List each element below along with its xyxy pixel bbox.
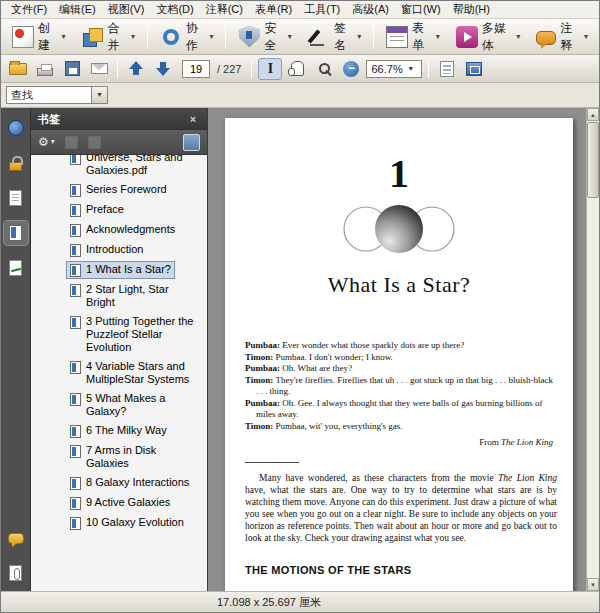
select-tool-button[interactable]: I [258, 58, 282, 80]
acrobat-window: 文件(F) 编辑(E) 视图(V) 文档(D) 注释(C) 表单(R) 工具(T… [0, 0, 600, 613]
create-button[interactable]: 创建 ▾ [5, 16, 72, 58]
dialogue-speaker: Timon: [245, 375, 273, 385]
bookmark-icon [70, 393, 81, 406]
secure-button[interactable]: 安全 ▾ [231, 16, 298, 58]
sign-button[interactable]: 签名 ▾ [301, 16, 368, 58]
multimedia-button[interactable]: 多媒体 ▾ [449, 16, 528, 58]
scroll-down-icon[interactable]: ▼ [587, 578, 599, 591]
bookmark-item[interactable]: 5 What Makes a Galaxy? [31, 389, 207, 421]
fit-window-button[interactable] [462, 58, 486, 80]
delete-bookmark-button[interactable] [88, 136, 101, 149]
bookmark-label: 7 Arms in Disk Galaxies [86, 444, 198, 470]
bookmark-item[interactable]: 8 Galaxy Interactions [31, 473, 207, 493]
bookmark-label: Preface [86, 203, 124, 216]
save-button[interactable] [60, 58, 84, 80]
open-button[interactable] [6, 58, 30, 80]
security-panel-button[interactable] [4, 151, 28, 175]
email-icon [91, 63, 108, 74]
document-area[interactable]: 1 What Is a Star? Pumbaa: Eve [208, 108, 599, 591]
bookmark-item[interactable]: 3 Putting Together the Puzzleof Stellar … [31, 312, 207, 357]
signatures-panel-button[interactable] [4, 256, 28, 280]
forms-icon [386, 26, 408, 48]
epigraph-attribution: From The Lion King [225, 437, 553, 447]
next-page-button[interactable] [151, 58, 175, 80]
status-bar: 17.098 x 25.697 厘米 [1, 591, 599, 612]
bookmark-item[interactable]: 7 Arms in Disk Galaxies [31, 441, 207, 473]
bookmark-item[interactable]: 6 The Milky Way [31, 421, 207, 441]
forms-button[interactable]: 表单 ▾ [379, 16, 446, 58]
email-button[interactable] [87, 58, 111, 80]
attribution-title: The Lion King [501, 437, 553, 447]
bookmark-item[interactable]: 4 Variable Stars and MultipleStar System… [31, 357, 207, 389]
attachments-panel-button[interactable] [4, 561, 28, 585]
bookmark-icon [70, 155, 81, 165]
dropdown-caret-icon: ▾ [516, 33, 520, 41]
find-input[interactable] [6, 86, 92, 104]
dropdown-caret-icon: ▾ [51, 138, 55, 146]
bookmark-label: 4 Variable Stars and MultipleStar System… [86, 360, 198, 386]
combine-button[interactable]: 合并 ▾ [74, 16, 141, 58]
page-dimensions-label: 17.098 x 25.697 厘米 [217, 595, 321, 610]
attachments-icon [9, 565, 22, 581]
zoom-out-button[interactable]: − [339, 58, 363, 80]
seal-icon [8, 120, 24, 136]
bookmark-item[interactable]: Universe, Stars and Galaxies.pdf [31, 155, 207, 180]
printer-icon [37, 68, 53, 76]
pages-panel-button[interactable] [4, 186, 28, 210]
collaborate-button[interactable]: 协作 ▾ [153, 16, 220, 58]
close-panel-icon[interactable]: × [186, 113, 200, 125]
sign-label: 签名 [334, 20, 353, 54]
single-page-view-button[interactable] [435, 58, 459, 80]
section-heading: THE MOTIONS OF THE STARS [245, 564, 557, 576]
bookmark-label: 8 Galaxy Interactions [86, 476, 189, 489]
zoom-level-select[interactable]: 66.7% ▾ [366, 60, 422, 78]
bookmark-item[interactable]: Series Foreword [31, 180, 207, 200]
epigraph-dialogue: Pumbaa: Ever wonder what those sparkly d… [245, 340, 557, 432]
bookmark-icon [70, 244, 81, 257]
chapter-title: What Is a Star? [225, 272, 573, 298]
bookmarks-tree: Universe, Stars and Galaxies.pdf Series … [31, 155, 207, 591]
locate-current-bookmark-button[interactable] [183, 134, 200, 151]
toolbar-separator [147, 25, 148, 49]
bookmark-item[interactable]: Introduction [31, 240, 207, 260]
bookmark-icon [70, 204, 81, 217]
main-area: 书签 × ⚙ ▾ Universe, Stars and Galaxies.pd… [1, 108, 599, 591]
create-label: 创建 [38, 20, 57, 54]
bookmark-item[interactable]: 2 Star Light, Star Bright [31, 280, 207, 312]
dropdown-caret-icon: ▾ [357, 33, 361, 41]
bookmarks-panel-button[interactable] [4, 221, 28, 245]
secure-shield-icon [238, 26, 260, 48]
print-button[interactable] [33, 58, 57, 80]
bookmark-icon [70, 497, 81, 510]
page-number-input[interactable] [182, 60, 210, 78]
moon-phases-graphic [335, 202, 463, 256]
dialogue-line: Pumbaa: Oh. Gee. I always thought that t… [245, 398, 557, 421]
body-paragraph: Many have wondered, as these characters … [245, 472, 557, 544]
bookmark-label: 1 What Is a Star? [86, 263, 171, 276]
bookmark-item-selected[interactable]: 1 What Is a Star? [31, 260, 207, 280]
bookmark-icon [70, 284, 81, 297]
comment-button[interactable]: 注释 ▾ [529, 16, 595, 58]
bookmark-item[interactable]: 9 Active Galaxies [31, 493, 207, 513]
gear-icon: ⚙ [38, 135, 49, 149]
bookmark-options-button[interactable]: ⚙ ▾ [38, 135, 55, 149]
attribution-prefix: From [479, 437, 501, 447]
comments-panel-button[interactable] [4, 526, 28, 550]
bookmark-item[interactable]: 10 Galaxy Evolution [31, 513, 207, 533]
bookmark-item[interactable]: Preface [31, 200, 207, 220]
new-bookmark-button[interactable] [65, 136, 78, 149]
pdf-page[interactable]: 1 What Is a Star? Pumbaa: Eve [225, 118, 573, 591]
scroll-up-icon[interactable]: ▲ [587, 108, 599, 121]
hand-tool-button[interactable] [285, 58, 309, 80]
layers-panel-button[interactable] [4, 116, 28, 140]
previous-page-button[interactable] [124, 58, 148, 80]
bookmark-label: 3 Putting Together the Puzzleof Stellar … [86, 315, 198, 354]
marquee-zoom-button[interactable] [312, 58, 336, 80]
scrollbar-thumb[interactable] [587, 122, 599, 198]
comment-label: 注释 [560, 20, 580, 54]
bookmark-item[interactable]: Acknowledgments [31, 220, 207, 240]
dropdown-caret-icon: ▾ [131, 33, 135, 41]
vertical-scrollbar[interactable]: ▲ ▼ [586, 108, 599, 591]
dialogue-text: Pumbaa, wit' you, everything's gas. [273, 421, 402, 431]
find-caret-button[interactable]: ▾ [92, 86, 108, 104]
